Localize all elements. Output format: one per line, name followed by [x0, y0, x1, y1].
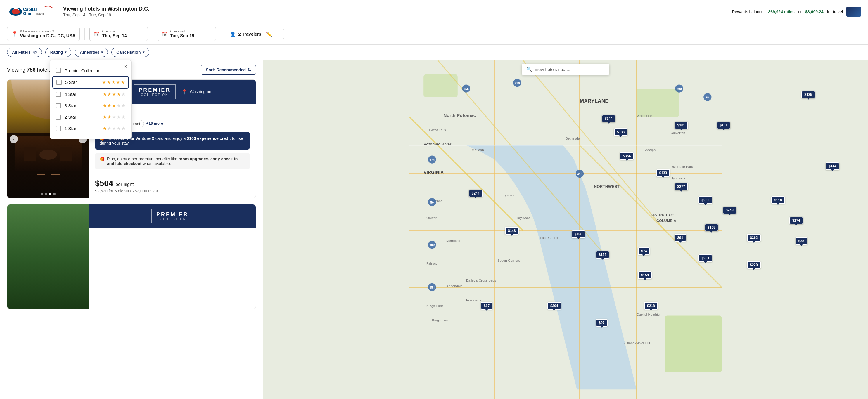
amenity-more[interactable]: +16 more	[147, 120, 163, 127]
price-pin-18[interactable]: $362	[747, 234, 761, 241]
three-star-filter-item[interactable]: 3 Star ★ ★ ★ ★ ★	[50, 100, 131, 111]
dot-1[interactable]	[41, 193, 43, 195]
upgrade-highlight: room upgrades, early check-in and late c…	[107, 157, 238, 166]
header-location: Viewing hotels in Washington D.C. Thu, S…	[63, 6, 732, 17]
one-star-label: 1 Star	[65, 126, 99, 131]
premier-collection-filter-item[interactable]: Premier Collection	[50, 65, 131, 76]
sort-button[interactable]: Sort: Recommended ⇅	[201, 65, 256, 75]
map-roads-svg: North Potomac Potomac River MARYLAND VIR…	[263, 60, 868, 399]
svg-line-18	[580, 145, 722, 288]
all-filters-button[interactable]: All Filters ⚙	[7, 47, 42, 57]
price-pin-5[interactable]: $364	[620, 152, 633, 160]
amenities-filter-button[interactable]: Amenities ▾	[75, 47, 108, 57]
five-star-filter-item[interactable]: 5 Star ★ ★ ★ ★ ★	[52, 76, 129, 89]
image-prev-arrow[interactable]: ‹	[10, 135, 18, 143]
svg-text:355: 355	[464, 87, 469, 91]
price-pin-27[interactable]: $97	[596, 319, 608, 327]
svg-point-58	[513, 79, 521, 87]
svg-text:270: 270	[515, 81, 520, 85]
map-search-bar[interactable]: 🔍 View hotels near...	[522, 64, 609, 75]
location-field-content: Where are you staying? Washington D.C., …	[20, 30, 75, 38]
price-pin-22[interactable]: $301	[699, 255, 712, 262]
price-pin-6[interactable]: $133	[656, 169, 670, 177]
logo-area: Capital One Travel	[7, 4, 54, 19]
amenities-chevron-icon: ▾	[101, 50, 103, 54]
price-pin-10[interactable]: $259	[699, 196, 712, 204]
checkout-calendar-icon: 📅	[162, 31, 168, 37]
list-count: Viewing 756 hotels in	[7, 67, 57, 73]
two-star-filter-item[interactable]: 2 Star ★ ★ ★ ★ ★	[50, 111, 131, 123]
rating-chevron-icon: ▾	[65, 50, 66, 54]
map-container[interactable]: North Potomac Potomac River MARYLAND VIR…	[263, 60, 868, 399]
svg-text:Fairfax: Fairfax	[426, 261, 437, 265]
dot-3[interactable]	[49, 193, 52, 195]
price-pin-15[interactable]: $148	[505, 227, 519, 235]
checkout-field[interactable]: 📅 Check-out Tue, Sep 19	[157, 27, 216, 41]
svg-point-1	[12, 9, 20, 14]
price-pin-23[interactable]: $220	[747, 261, 761, 269]
price-pin-14[interactable]: $105	[705, 224, 718, 231]
price-pin-20[interactable]: $155	[596, 251, 610, 259]
hotel-card-1[interactable]: ‹ › PREMIER COLLECTION	[7, 79, 256, 198]
dot-2[interactable]	[45, 193, 48, 195]
price-pin-9[interactable]: $277	[675, 183, 688, 191]
dot-4[interactable]	[53, 193, 56, 195]
price-pin-26[interactable]: $218	[644, 302, 658, 310]
filters-bar: All Filters ⚙ Rating ▾ Amenities ▾ Cance…	[0, 45, 868, 60]
price-pin-16[interactable]: $180	[572, 230, 585, 238]
premier-collection-checkbox[interactable]	[56, 68, 61, 73]
four-star-filter-item[interactable]: 4 Star ★ ★ ★ ★ ★	[50, 89, 131, 100]
four-star-checkbox[interactable]	[56, 92, 61, 97]
svg-rect-8	[665, 316, 721, 372]
two-star-checkbox[interactable]	[56, 114, 61, 120]
hotel-price: $504 per night $2,520 for 5 nights / 252…	[89, 179, 256, 198]
price-pin-19[interactable]: $38	[796, 237, 807, 245]
miles-balance: 369,924 miles	[768, 9, 794, 14]
svg-point-62	[428, 156, 436, 163]
location-field[interactable]: 📍 Where are you staying? Washington D.C.…	[7, 27, 80, 41]
one-star-checkbox[interactable]	[56, 126, 61, 131]
rewards-area: Rewards balance: 369,924 miles or $3,699…	[732, 7, 861, 16]
price-pin-0[interactable]: $135	[801, 91, 815, 98]
premier-collection-logo: PREMIER COLLECTION	[133, 85, 176, 99]
price-pin-12[interactable]: $118	[771, 196, 785, 204]
five-star-checkbox[interactable]	[56, 80, 62, 85]
svg-text:Calverton: Calverton	[671, 131, 685, 135]
per-night-label: per night	[116, 182, 133, 187]
checkin-field[interactable]: 📅 Check-in Thu, Sep 14	[89, 27, 148, 41]
price-pin-17[interactable]: $91	[675, 234, 686, 241]
cancellation-filter-button[interactable]: Cancellation ▾	[111, 47, 149, 57]
svg-text:One: One	[23, 11, 31, 16]
price-pin-11[interactable]: $248	[723, 206, 737, 214]
svg-text:North Potomac: North Potomac	[443, 113, 476, 118]
rating-filter-button[interactable]: Rating ▾	[45, 47, 71, 57]
price-pin-7[interactable]: $144	[826, 162, 839, 170]
svg-text:Adelphi: Adelphi	[645, 148, 656, 152]
sort-chevron-icon: ⇅	[248, 67, 251, 72]
three-star-checkbox[interactable]	[56, 103, 61, 108]
svg-text:Idylwood: Idylwood	[517, 216, 531, 220]
svg-text:VIRGINIA: VIRGINIA	[424, 170, 444, 175]
travelers-field[interactable]: 👤 2 Travelers ✏️	[226, 29, 284, 39]
price-pin-8[interactable]: $244	[469, 190, 483, 197]
price-pin-24[interactable]: $159	[638, 271, 652, 279]
price-pin-28[interactable]: $17	[481, 302, 492, 310]
divider-1	[85, 28, 85, 40]
price-pin-13[interactable]: $174	[789, 217, 803, 224]
hotel-card-2[interactable]: PREMIER COLLECTION	[7, 204, 256, 309]
image-dots	[41, 193, 56, 195]
five-star-rating: ★ ★ ★ ★ ★	[102, 79, 125, 85]
price-pin-3[interactable]: $101	[675, 122, 688, 129]
price-pin-25[interactable]: $304	[548, 302, 561, 310]
svg-text:Travel: Travel	[36, 12, 43, 15]
five-star-label: 5 Star	[65, 80, 98, 85]
svg-text:Bailey's Crossroads: Bailey's Crossroads	[466, 278, 496, 282]
svg-point-68	[428, 283, 436, 291]
svg-text:Hyattsville: Hyattsville	[671, 176, 686, 180]
dropdown-close-button[interactable]: ×	[124, 64, 127, 70]
price-pin-4[interactable]: $101	[717, 122, 731, 129]
price-pin-2[interactable]: $138	[614, 128, 628, 136]
price-pin-1[interactable]: $144	[602, 115, 616, 122]
price-pin-21[interactable]: $74	[638, 247, 650, 255]
one-star-filter-item[interactable]: 1 Star ★ ★ ★ ★ ★	[50, 123, 131, 134]
